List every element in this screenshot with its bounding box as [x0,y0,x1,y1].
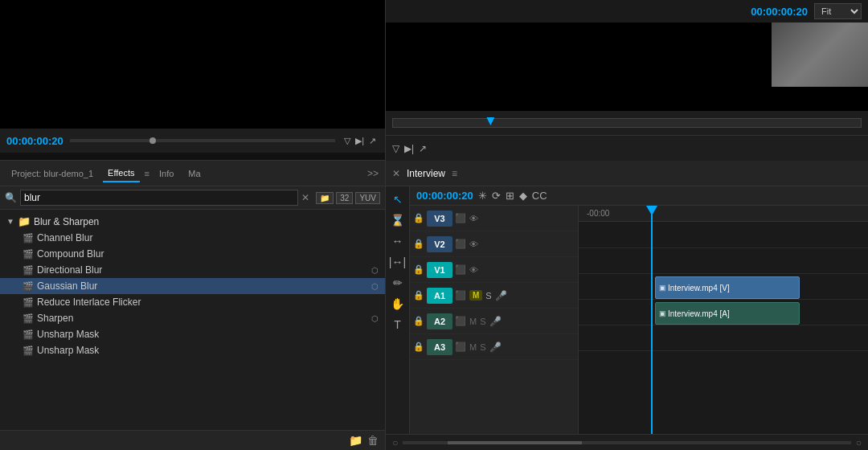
panel-expand-icon[interactable]: >> [367,168,379,179]
v2-icons: ⬛ 👁 [455,239,478,249]
hand-tool-button[interactable]: ✋ [391,297,404,310]
timeline-menu-icon[interactable]: ≡ [452,168,457,179]
v3-sync-icon[interactable]: ⬛ [455,213,466,223]
snap-button[interactable]: ✳ [478,190,487,202]
timeline-title: Interview [407,168,445,179]
tab-effects[interactable]: Effects [103,165,139,182]
v2-label[interactable]: V2 [427,236,452,252]
effect-icon-unsharp1: 🎬 [23,329,34,340]
v3-label[interactable]: V3 [427,211,452,227]
a1-lock-icon[interactable]: 🔒 [413,290,424,301]
timeline-zoom-out-icon[interactable]: ○ [392,437,398,448]
a1-mic-icon: 🎤 [495,290,507,301]
effects-menu-icon[interactable]: ≡ [145,169,149,178]
effect-label-directional: Directional Blur [37,264,368,276]
effect-icon-reduce: 🎬 [23,297,34,308]
pen-tool-button[interactable]: ✏ [393,276,403,289]
program-funnel-icon[interactable]: ▽ [392,143,399,154]
effect-label-reduce: Reduce Interlace Flicker [37,297,379,308]
a3-mute-button[interactable]: M [469,342,477,352]
yuv-button[interactable]: YUV [355,192,380,204]
track-row-v3: 🔒 V3 ⬛ 👁 [410,206,578,231]
track-row-v2: 🔒 V2 ⬛ 👁 [410,231,578,257]
a2-lock-icon[interactable]: 🔒 [413,316,424,326]
v2-lock-icon[interactable]: 🔒 [413,239,424,249]
a2-sync-icon[interactable]: ⬛ [455,316,466,326]
timeline-scroll-thumb[interactable] [448,441,582,444]
a3-solo-button[interactable]: S [480,342,485,352]
a1-mute-button[interactable]: M [469,290,482,301]
a3-sync-icon[interactable]: ⬛ [455,342,466,352]
new-folder-button[interactable]: 📁 [349,434,362,447]
search-input[interactable] [20,190,298,206]
delete-effect-button[interactable]: 🗑 [367,434,379,447]
text-tool-button[interactable]: T [394,318,401,331]
effect-reduce-interlace[interactable]: 🎬 Reduce Interlace Flicker [0,294,385,310]
tab-info[interactable]: Info [154,166,178,182]
tab-project[interactable]: Project: blur-demo_1 [6,166,98,182]
v1-sync-icon[interactable]: ⬛ [455,264,466,275]
effect-compound-blur[interactable]: 🎬 Compound Blur [0,246,385,262]
timeline-close-icon[interactable]: ✕ [392,168,400,179]
razor-tool-button[interactable]: ⌛ [391,214,404,227]
clip-interview-video[interactable]: ▣ Interview.mp4 [V] [655,276,800,299]
tab-ma[interactable]: Ma [183,166,205,182]
a2-solo-button[interactable]: S [480,317,485,326]
track-row-a1: 🔒 A1 ⬛ M S 🎤 [410,283,578,309]
source-funnel-icon[interactable]: ▽ [344,136,350,146]
panel-header: Project: blur-demo_1 Effects ≡ Info Ma >… [0,161,385,186]
a2-label[interactable]: A2 [427,313,452,329]
tracks-area: 🔒 V3 ⬛ 👁 🔒 V2 ⬛ 👁 [410,206,868,434]
program-thumbnail [772,22,868,87]
timeline-zoom-in-icon[interactable]: ○ [856,437,862,448]
source-export-icon[interactable]: ↗ [369,136,376,146]
source-scrubber-thumb[interactable] [149,137,156,144]
playhead-line [651,206,653,434]
effect-gaussian-blur[interactable]: 🎬 Gaussian Blur ⬡ [0,278,385,294]
program-scrubber-track[interactable] [392,118,862,128]
v2-sync-icon[interactable]: ⬛ [455,239,466,249]
timeline-scroll-bar[interactable] [403,441,851,444]
a3-label[interactable]: A3 [427,339,452,355]
captions-button[interactable]: CC [532,190,547,202]
ruler-label-start: -00:00 [587,209,609,218]
clip-interview-audio[interactable]: ▣ Interview.mp4 [A] [655,302,800,325]
a3-lock-icon[interactable]: 🔒 [413,342,424,352]
effect-directional-blur[interactable]: 🎬 Directional Blur ⬡ [0,262,385,278]
a1-label[interactable]: A1 [427,288,452,304]
source-screen [0,0,385,129]
a1-solo-button[interactable]: S [485,291,491,301]
effect-badge-gaussian: ⬡ [371,282,379,291]
v3-eye-icon[interactable]: 👁 [469,214,478,223]
32bit-button[interactable]: 32 [336,192,353,204]
slip-tool-button[interactable]: |↔| [389,256,406,268]
a2-mute-button[interactable]: M [469,317,477,326]
v1-eye-icon[interactable]: 👁 [469,265,478,275]
timeline-bottom-bar: ○ ○ [386,434,868,450]
marker-button[interactable]: ◆ [519,190,527,202]
search-clear-icon[interactable]: ✕ [301,192,309,203]
effect-channel-blur[interactable]: 🎬 Channel Blur [0,230,385,246]
fit-dropdown[interactable]: Fit 25% 50% 75% 100% [814,3,862,19]
search-bar: 🔍 ✕ 📁 32 YUV [0,186,385,210]
v3-lock-icon[interactable]: 🔒 [413,213,424,223]
source-play-icon[interactable]: ▶| [355,136,364,146]
effect-unsharp-1[interactable]: 🎬 Unsharp Mask [0,326,385,342]
source-scrubber[interactable] [70,139,335,142]
effect-label-compound: Compound Blur [37,248,379,260]
select-tool-button[interactable]: ↖ [393,193,403,206]
program-export-icon[interactable]: ↗ [419,143,427,154]
v1-label[interactable]: V1 [427,262,452,278]
effect-sharpen[interactable]: 🎬 Sharpen ⬡ [0,310,385,326]
trim-button[interactable]: ⊞ [506,190,514,202]
ripple-tool-button[interactable]: ↔ [392,235,403,248]
effects-list: ▼ 📁 Blur & Sharpen 🎬 Channel Blur 🎬 Comp… [0,210,385,430]
v1-lock-icon[interactable]: 🔒 [413,264,424,275]
a1-sync-icon[interactable]: ⬛ [455,290,466,301]
v2-eye-icon[interactable]: 👁 [469,239,478,249]
category-blur-sharpen[interactable]: ▼ 📁 Blur & Sharpen [0,213,385,230]
program-play-icon[interactable]: ▶| [404,143,414,154]
folder-browse-button[interactable]: 📁 [316,192,334,204]
link-button[interactable]: ⟳ [492,190,501,202]
effect-unsharp-2[interactable]: 🎬 Unsharp Mask [0,342,385,358]
